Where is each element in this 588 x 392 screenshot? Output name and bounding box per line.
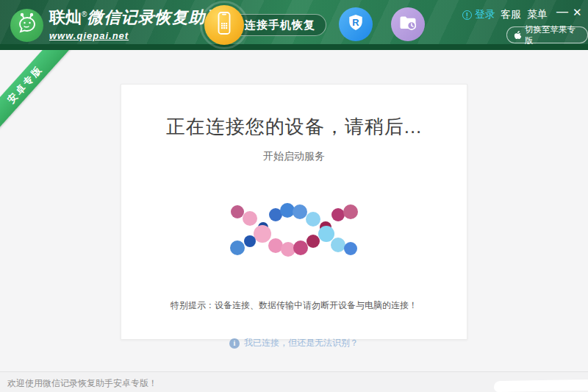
switch-to-ios-label: 切换至苹果专版: [525, 24, 581, 46]
loading-dots-animation: [224, 195, 365, 266]
loading-dot: [244, 235, 256, 247]
close-button[interactable]: ✕: [573, 6, 582, 19]
connection-heading: 正在连接您的设备，请稍后...: [121, 114, 467, 140]
recovery-history-button[interactable]: [391, 7, 425, 41]
login-status-icon: !: [462, 10, 472, 20]
loading-dot: [344, 242, 357, 255]
connect-phone-label: 连接手机恢复: [245, 18, 315, 32]
main-content: 安卓专版 正在连接您的设备，请稍后... 开始启动服务 特别提示：设备连接、数据…: [0, 50, 588, 371]
android-edition-ribbon: 安卓专版: [0, 50, 72, 135]
loading-dot: [254, 225, 271, 243]
login-label: 登录: [475, 8, 495, 21]
security-shield-button[interactable]: R: [339, 7, 373, 41]
phone-icon: [215, 10, 233, 40]
header-bottom-strip: [0, 44, 588, 50]
cannot-detect-help-link[interactable]: i 我已连接，但还是无法识别？: [0, 337, 588, 349]
menu-button[interactable]: 菜单: [527, 8, 548, 21]
folder-clock-icon: [398, 13, 418, 36]
connect-phone-icon-button[interactable]: [204, 5, 244, 45]
switch-to-ios-button[interactable]: 切换至苹果专版: [506, 26, 588, 43]
status-bar: 欢迎使用微信记录恢复助手安卓专版！: [0, 371, 588, 392]
ribbon-label: 安卓专版: [4, 63, 46, 107]
welcome-message: 欢迎使用微信记录恢复助手安卓专版！: [7, 377, 157, 390]
warning-tip: 特别提示：设备连接、数据传输中请勿断开设备与电脑的连接！: [121, 299, 467, 312]
loading-dot: [293, 204, 307, 219]
brand-name: 联灿: [49, 8, 82, 26]
shield-r-icon: R: [345, 13, 366, 36]
app-title: 联灿®微信记录恢复助手 www.qiepai.net: [49, 7, 222, 41]
customer-service-button[interactable]: 客服: [501, 8, 521, 21]
help-link-label: 我已连接，但还是无法识别？: [244, 337, 359, 349]
service-status-text: 开始启动服务: [121, 150, 467, 163]
loading-dot: [293, 240, 308, 255]
svg-text:R: R: [352, 17, 359, 28]
info-icon: i: [229, 338, 240, 349]
minimize-button[interactable]: —: [556, 5, 568, 18]
login-button[interactable]: ! 登录: [462, 8, 495, 21]
loading-dot: [306, 212, 320, 227]
robot-chat-icon: [15, 12, 40, 40]
loading-dot: [343, 204, 358, 219]
loading-dot: [230, 240, 245, 255]
connection-card: 正在连接您的设备，请稍后... 开始启动服务 特别提示：设备连接、数据传输中请勿…: [121, 84, 467, 340]
app-logo: [10, 9, 43, 42]
apple-icon: [514, 29, 522, 40]
loading-dot: [306, 235, 320, 248]
loading-dot: [331, 238, 345, 252]
loading-dot: [243, 211, 257, 226]
erased-watermark-blob: [494, 379, 588, 392]
brand-url: www.qiepai.net: [49, 30, 222, 41]
app-window: 联灿®微信记录恢复助手 www.qiepai.net 连接手机恢复 R: [0, 0, 588, 392]
